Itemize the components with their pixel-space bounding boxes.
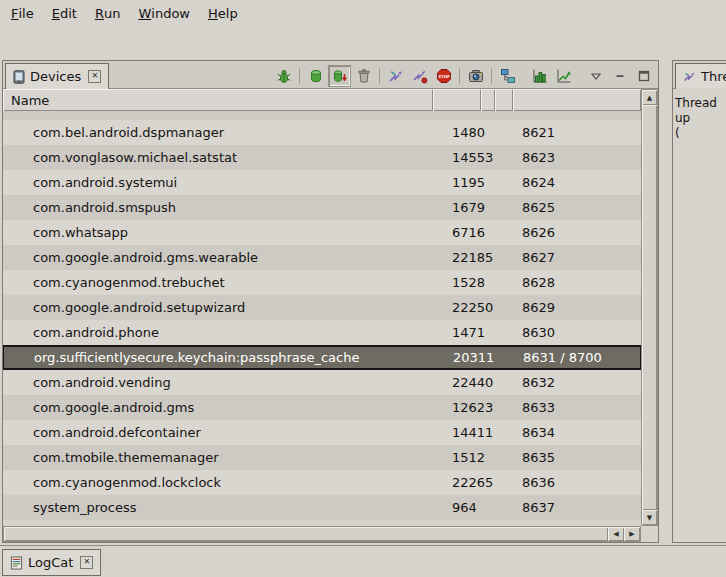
scroll-left-button[interactable]: ◀ [608,527,624,541]
process-port: 8621 [513,125,641,140]
table-row[interactable]: com.google.android.gms 12623 8633 [3,395,641,420]
table-row[interactable]: com.android.defcontainer 14411 8634 [3,420,641,445]
update-heap-button[interactable] [304,65,327,87]
table-row[interactable]: com.tmobile.thememanager 1512 8635 [3,445,641,470]
table-row[interactable]: com.cyanogenmod.trebuchet 1528 8628 [3,270,641,295]
ddms-window: File Edit Run Window Help Devices ✕ [0,0,726,577]
process-name: com.google.android.setupwizard [3,300,433,315]
tab-devices-label: Devices [30,69,81,84]
tab-logcat[interactable]: LogCat ✕ [2,549,101,576]
process-port: 8625 [513,200,641,215]
view-menu-button[interactable] [584,65,607,87]
cause-gc-icon [356,68,372,84]
scroll-right-button[interactable]: ▶ [624,527,640,541]
process-pid: 22250 [433,300,513,315]
process-pid: 1480 [433,125,513,140]
process-port: 8629 [513,300,641,315]
process-name: com.google.android.gms [3,400,433,415]
threads-icon [683,70,696,83]
process-table-rows: com.bel.android.dspmanager 1480 8621 com… [3,111,641,526]
panel-sash[interactable] [660,60,672,543]
screen-capture-button[interactable] [464,65,487,87]
sysinfo-button[interactable] [528,65,551,87]
process-pid: 22440 [433,375,513,390]
tab-threads[interactable]: Threads [675,63,726,89]
process-pid: 1512 [433,450,513,465]
threads-message-line: ( [675,126,726,141]
workspace: Devices ✕ [0,58,726,545]
threads-tabbar: Threads [673,61,726,89]
dump-hprof-button[interactable] [328,65,351,87]
menu-run[interactable]: Run [86,0,130,27]
scroll-down-button[interactable]: ▼ [642,510,657,525]
column-header-pid[interactable] [433,89,481,111]
tab-devices[interactable]: Devices ✕ [5,63,109,89]
column-header-port[interactable] [513,89,641,111]
table-row[interactable]: com.google.android.gms.wearable 22185 86… [3,245,641,270]
minimize-button[interactable] [608,65,631,87]
process-pid: 12623 [433,400,513,415]
table-row[interactable]: com.android.vending 22440 8632 [3,370,641,395]
column-header-b[interactable] [495,89,513,111]
method-profiling-button[interactable] [408,65,431,87]
table-row[interactable]: com.whatsapp 6716 8626 [3,220,641,245]
process-pid: 1528 [433,275,513,290]
threads-panel: Threads Thread up ( [672,60,726,543]
heap-graph-icon [556,68,572,84]
menu-file[interactable]: File [2,0,43,27]
close-icon[interactable]: ✕ [88,70,101,83]
close-icon[interactable]: ✕ [80,556,93,569]
process-port: 8637 [513,500,641,515]
horizontal-scrollbar[interactable]: ◀ ▶ [3,526,641,542]
tab-logcat-label: LogCat [28,555,73,570]
table-row[interactable]: com.cyanogenmod.lockclock 22265 8636 [3,470,641,495]
cause-gc-button[interactable] [352,65,375,87]
table-row[interactable]: system_process 964 8637 [3,495,641,520]
process-name: system_process [3,500,433,515]
stop-process-button[interactable]: STOP [432,65,455,87]
update-threads-button[interactable] [384,65,407,87]
maximize-icon [638,70,650,82]
process-pid: 6716 [433,225,513,240]
table-row[interactable]: com.android.smspush 1679 8625 [3,195,641,220]
table-row[interactable]: com.android.phone 1471 8630 [3,320,641,345]
table-row[interactable]: com.vonglasow.michael.satstat 14553 8623 [3,145,641,170]
process-port: 8623 [513,150,641,165]
menu-help[interactable]: Help [199,0,247,27]
maximize-button[interactable] [632,65,655,87]
process-name: com.android.phone [3,325,433,340]
menu-window[interactable]: Window [129,0,199,27]
logcat-panel: LogCat ✕ [0,545,726,577]
process-port: 8635 [513,450,641,465]
heap-graph-button[interactable] [552,65,575,87]
dump-hprof-icon [332,68,348,84]
horizontal-scroll-thumb[interactable] [4,527,608,541]
update-heap-icon [308,68,324,84]
scroll-up-button[interactable]: ▲ [642,90,657,105]
process-port: 8634 [513,425,641,440]
debug-button[interactable] [272,65,295,87]
process-pid: 1195 [433,175,513,190]
toolbar-separator [459,68,460,84]
logcat-icon [10,556,23,570]
process-pid: 14411 [433,425,513,440]
column-header-a[interactable] [481,89,495,111]
table-row[interactable]: com.bel.android.dspmanager 1480 8621 [3,120,641,145]
table-row[interactable]: org.sufficientlysecure.keychain:passphra… [3,345,641,370]
vertical-scrollbar[interactable]: ▲ ▼ [641,89,658,526]
method-profiling-icon [412,68,428,84]
stop-process-icon: STOP [436,68,452,84]
process-port: 8631 / 8700 [514,350,640,365]
process-pid: 22185 [433,250,513,265]
menu-edit[interactable]: Edit [43,0,86,27]
toolbar-separator [379,68,380,84]
process-name: com.whatsapp [3,225,433,240]
column-header-name[interactable]: Name [3,89,433,111]
vertical-scroll-thumb[interactable] [642,105,657,510]
process-port: 8626 [513,225,641,240]
process-pid: 1471 [433,325,513,340]
table-row[interactable]: com.google.android.setupwizard 22250 862… [3,295,641,320]
view-hierarchy-button[interactable] [496,65,519,87]
table-row[interactable]: com.android.systemui 1195 8624 [3,170,641,195]
process-pid: 1679 [433,200,513,215]
